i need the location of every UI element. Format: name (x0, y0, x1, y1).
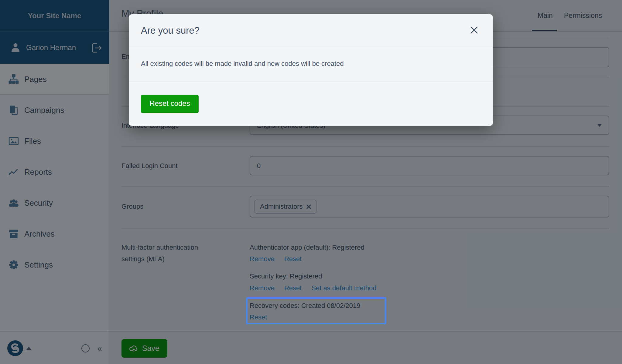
close-dialog-button[interactable] (470, 26, 479, 35)
app-window: Your Site Name Garion Herman Pages (0, 0, 622, 364)
dialog-footer-divider (129, 82, 493, 82)
dialog-message: All existing codes will be made invalid … (141, 60, 344, 68)
confirm-dialog: Are you sure? All existing codes will be… (129, 14, 493, 126)
dialog-title: Are you sure? (141, 25, 200, 36)
close-icon (470, 26, 478, 34)
reset-codes-button[interactable]: Reset codes (141, 95, 199, 113)
dialog-header-divider (129, 47, 493, 47)
